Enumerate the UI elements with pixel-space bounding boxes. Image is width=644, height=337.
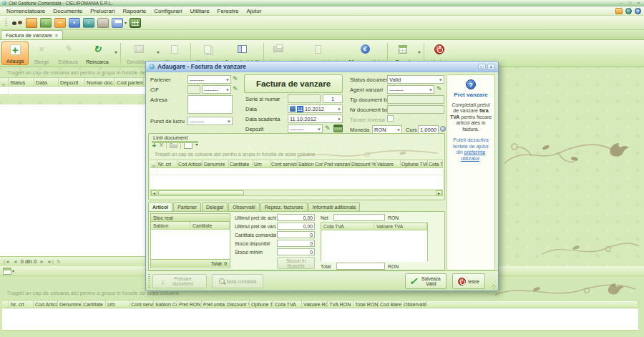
stocul-minim-field[interactable]: 0 (277, 248, 315, 255)
column-header-cod-articol[interactable]: Cod Articol (177, 160, 203, 167)
tab-observatii[interactable]: Observatii (228, 202, 260, 211)
column-header-cantitate[interactable]: Cantitate (229, 160, 253, 167)
column-header-sablon[interactable]: Sablon (151, 222, 190, 229)
numar-field[interactable]: 1 (323, 94, 343, 103)
preluare-document-button[interactable]: Preluare document (152, 274, 207, 288)
data-date-field[interactable]: 11 .10.2012 (288, 104, 343, 113)
chevron-down-icon[interactable] (338, 118, 341, 122)
bag-icon[interactable] (26, 18, 37, 28)
editeaza-button[interactable]: Editeaza (54, 41, 82, 65)
net-field[interactable] (333, 214, 385, 221)
scroll-right-icon[interactable]: ► (436, 190, 442, 195)
column-header-pret-unitar[interactable]: Pret unitar... (202, 301, 225, 308)
column-header-valoare-tva[interactable]: Valoare TVA (374, 223, 427, 230)
tab-close-icon[interactable]: × (55, 33, 58, 38)
toolbar-grip[interactable] (5, 19, 7, 27)
taxare-inversa-checkbox[interactable] (387, 115, 394, 122)
doc-blue-icon[interactable]: ▪ (69, 18, 80, 28)
stamp-icon[interactable] (97, 18, 109, 28)
lines-grid-body-empty[interactable] (2, 308, 638, 331)
data-scadenta-field[interactable]: 11.10.2012 (288, 114, 343, 123)
calculator-icon[interactable] (130, 18, 141, 28)
dialog-maximize-icon[interactable]: □ (478, 64, 486, 70)
menu-ajutor[interactable]: Ajutor (243, 7, 265, 15)
nr-document-baza-field[interactable] (387, 105, 444, 114)
globe-icon[interactable] (440, 126, 446, 132)
column-header-cota-tva[interactable]: Cota TVA (273, 301, 302, 308)
menu-documente[interactable]: Documente (49, 7, 86, 15)
serie-field[interactable] (288, 94, 321, 103)
resize-grip[interactable] (492, 284, 497, 289)
warehouse-icon[interactable] (333, 124, 343, 132)
pager-next-icon[interactable]: ► (39, 259, 44, 264)
column-header-um[interactable]: Um (253, 160, 270, 167)
pager-refresh-icon[interactable]: ↻ (57, 259, 61, 265)
ultimul-pret-achizitie-field[interactable]: 0,00 (277, 214, 315, 221)
menu-ferestre[interactable]: Ferestre (214, 7, 243, 15)
column-header-numar-doc[interactable]: Numar doc... (85, 78, 115, 86)
column-header-nr-crt[interactable]: Nr. crt (157, 160, 177, 167)
menu-configurari[interactable]: Configurari (150, 7, 185, 15)
preferinte-utilizator-link[interactable]: preferinte utilizator (461, 150, 485, 161)
horizontal-scrollbar[interactable]: ◄ ► (150, 190, 443, 196)
cantitate-comandata-field[interactable]: 0 (277, 231, 315, 238)
tip-document-baza-field[interactable] (387, 95, 444, 104)
chevron-down-icon[interactable] (338, 108, 341, 112)
tva-body-empty[interactable] (321, 230, 427, 262)
column-header-cont-servicii[interactable]: Cont servicii (270, 160, 298, 167)
depozit-select[interactable]: -------- (288, 124, 323, 133)
stock-body-empty[interactable] (151, 230, 230, 259)
column-header-denumire[interactable]: Denumire (58, 301, 82, 308)
menu-utilitare[interactable]: Utilitare (186, 7, 213, 15)
column-header-um[interactable]: Um (106, 301, 130, 308)
box-out-icon[interactable]: − (54, 18, 66, 28)
sterge-button[interactable]: Sterge (29, 41, 54, 65)
column-header-valoare-ron[interactable]: Valoare RON (302, 301, 328, 308)
edit-pencil-icon[interactable] (233, 85, 240, 94)
column-header-observatii[interactable]: Observatii (402, 301, 427, 308)
edit-pencil-icon[interactable] (233, 75, 240, 84)
layout-icon[interactable] (184, 142, 192, 149)
pager-last-icon[interactable]: ►| (47, 259, 54, 264)
status-document-select[interactable]: Valid (387, 75, 444, 84)
column-header-total-ron[interactable]: Total RON (353, 301, 379, 308)
scroll-left-icon[interactable]: ◄ (151, 190, 157, 195)
reincarca-button[interactable]: Reincarca (82, 41, 112, 65)
column-header-cont-servicii[interactable]: Cont servicii (130, 301, 154, 308)
column-header-cantitate[interactable]: Cantitate (82, 301, 106, 308)
reincarca-dropdown-icon[interactable] (113, 41, 118, 65)
column-header-sablon-cont[interactable]: Sablon Cont (298, 160, 323, 167)
column-header-cod-partener[interactable]: Cod partener (115, 78, 144, 86)
agent-vanzari-select[interactable]: -------- (387, 85, 434, 94)
column-header-cod-bare[interactable]: Cod Bare (379, 301, 402, 308)
maximize-icon[interactable]: □ (627, 1, 633, 6)
print-icon[interactable] (170, 143, 177, 148)
pager-prev-icon[interactable]: ◄ (13, 259, 18, 264)
nota-contabila-button[interactable]: Nota contabila (212, 274, 263, 288)
bag-icon[interactable] (615, 8, 623, 14)
tab-reprez-facturare[interactable]: Reprez. facturare (260, 202, 308, 211)
dialog-titlebar[interactable]: Adaugare - Factura de vanzare □ × (146, 62, 498, 72)
column-header-optiune-tva[interactable]: Optiune TVA (401, 160, 428, 167)
scrollbar-thumb[interactable] (158, 190, 244, 195)
column-header-cod-articol[interactable]: Cod Articol (34, 301, 58, 308)
lines-filter-row[interactable] (150, 168, 443, 175)
menu-prelucrari[interactable]: Prelucrari (87, 7, 118, 15)
tab-informatii-aditionale[interactable]: Informatii aditionale (308, 202, 361, 211)
minimize-icon[interactable]: ─ (618, 1, 625, 6)
punct-de-lucru-select[interactable]: -------- (187, 117, 233, 125)
column-header-tva-ron[interactable]: TVA RON (328, 301, 353, 308)
edit-pencil-icon[interactable] (436, 85, 444, 94)
box-in-icon[interactable]: ↓ (40, 18, 52, 28)
column-header-data[interactable]: Data (34, 78, 59, 86)
tab-factura-de-vanzare[interactable]: Factura de vanzare × (1, 30, 63, 39)
column-header-pret-ron[interactable]: Pret RON (177, 301, 202, 308)
stocul-disponibil-field[interactable]: 0 (277, 240, 315, 247)
printer-icon[interactable] (112, 18, 123, 28)
tab-partener[interactable]: Partener (173, 202, 201, 211)
printer-dropdown-icon[interactable]: ▾ (125, 20, 127, 25)
column-header-cantitate[interactable]: Cantitate (190, 222, 230, 229)
power-icon[interactable] (625, 8, 632, 14)
total-field[interactable] (336, 263, 385, 270)
layout-dropdown-icon[interactable]: ▾ (12, 268, 14, 273)
